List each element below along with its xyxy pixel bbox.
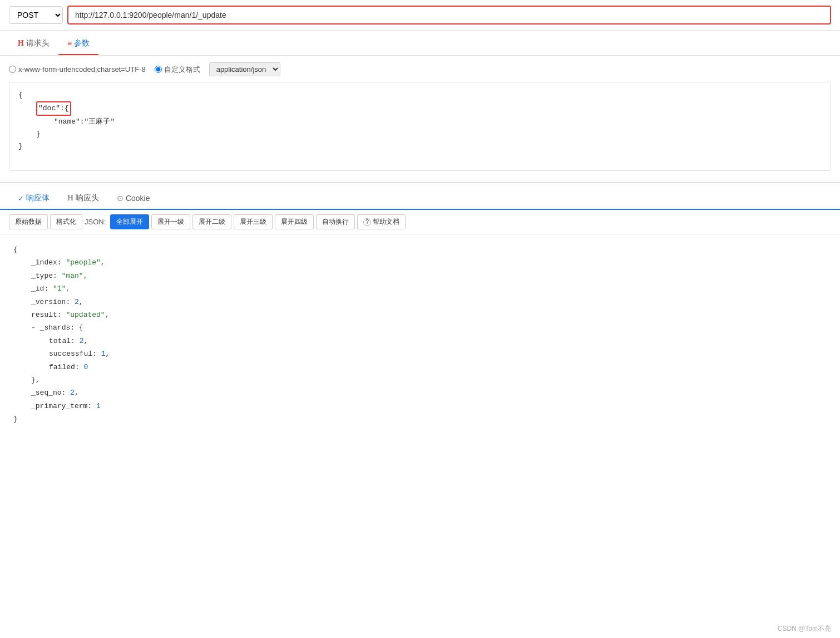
request-tabs: H 请求头 ≡ 参数 bbox=[0, 33, 840, 56]
code-line-2: "doc":{ bbox=[18, 101, 822, 116]
resp-header-icon: H bbox=[67, 194, 73, 203]
json-primaryterm-val: 1 bbox=[96, 402, 101, 410]
btn-format[interactable]: 格式化 bbox=[50, 214, 82, 229]
code-line-4: } bbox=[18, 128, 822, 140]
btn-raw[interactable]: 原始数据 bbox=[9, 214, 48, 229]
section-divider bbox=[0, 183, 840, 183]
json-id-val: "1", bbox=[53, 284, 70, 293]
radio-option1-label[interactable]: x-www-form-urlencoded;charset=UTF-8 bbox=[9, 65, 146, 73]
code-line-5: } bbox=[18, 140, 822, 153]
json-shards-collapse[interactable]: - bbox=[31, 323, 36, 332]
btn-auto-wrap[interactable]: 自动换行 bbox=[316, 214, 355, 229]
json-successful-val: 1 bbox=[101, 350, 106, 358]
tab-response-header[interactable]: H 响应头 bbox=[58, 188, 108, 210]
json-primaryterm-row: _primary_term: 1 bbox=[13, 400, 827, 413]
json-seqno-val: 2 bbox=[70, 389, 75, 397]
json-index-val: "people", bbox=[66, 258, 105, 267]
json-shards-key: _shards bbox=[40, 323, 71, 332]
json-failed-row: failed: 0 bbox=[13, 361, 827, 374]
json-failed-val: 0 bbox=[83, 363, 88, 371]
json-shards-row: - _shards: { bbox=[13, 321, 827, 334]
content-type-select[interactable]: application/json text/plain application/… bbox=[209, 62, 280, 76]
resp-body-icon: ✓ bbox=[18, 194, 24, 203]
json-output: { _index: "people", _type: "man", _id: "… bbox=[0, 234, 840, 434]
json-result-val: "updated", bbox=[66, 311, 109, 319]
code-line-1: { bbox=[18, 89, 822, 101]
top-bar: POST GET PUT DELETE bbox=[0, 0, 840, 31]
json-seqno-key: _seq_no bbox=[31, 389, 62, 397]
btn-level2[interactable]: 展开二级 bbox=[192, 214, 231, 229]
json-successful-row: successful: 1, bbox=[13, 347, 827, 360]
json-primaryterm-key: _primary_term bbox=[31, 402, 87, 410]
tab-request-header[interactable]: H 请求头 bbox=[9, 33, 58, 55]
radio-custom[interactable] bbox=[155, 66, 162, 73]
json-id-row: _id: "1", bbox=[13, 282, 827, 295]
json-id-key: _id bbox=[31, 284, 44, 293]
json-version-val: 2 bbox=[75, 298, 79, 306]
json-shards-close: }, bbox=[13, 374, 827, 386]
json-total-key: total bbox=[49, 337, 71, 345]
json-label: JSON: bbox=[85, 218, 106, 226]
btn-all-expand[interactable]: 全部展开 bbox=[110, 214, 149, 229]
json-version-row: _version: 2, bbox=[13, 296, 827, 308]
code-editor[interactable]: { "doc":{ "name":"王麻子" } } bbox=[9, 82, 831, 171]
json-seqno-row: _seq_no: 2, bbox=[13, 386, 827, 399]
tab-response-cookie[interactable]: ⊙ Cookie bbox=[108, 188, 159, 209]
tab-response-cookie-label: Cookie bbox=[126, 194, 150, 203]
json-type-key: _type bbox=[31, 272, 53, 280]
json-index-key: _index bbox=[31, 258, 57, 267]
json-failed-key: failed bbox=[49, 363, 75, 371]
radio-row: x-www-form-urlencoded;charset=UTF-8 自定义格… bbox=[9, 62, 831, 76]
method-select[interactable]: POST GET PUT DELETE bbox=[9, 6, 63, 24]
json-open-brace: { bbox=[13, 243, 827, 256]
json-close-brace: } bbox=[13, 413, 827, 425]
json-type-val: "man", bbox=[62, 272, 88, 280]
url-input[interactable] bbox=[67, 6, 831, 24]
doc-key-highlighted: "doc":{ bbox=[36, 101, 71, 116]
tab-response-body-label: 响应体 bbox=[26, 193, 50, 203]
tab-response-body[interactable]: ✓ 响应体 bbox=[9, 188, 58, 210]
json-toolbar: 原始数据 格式化 JSON: 全部展开 展开一级 展开二级 展开三级 展开四级 … bbox=[0, 210, 840, 234]
json-version-key: _version bbox=[31, 298, 66, 306]
header-tab-icon: H bbox=[18, 39, 24, 48]
json-successful-key: successful bbox=[49, 350, 92, 358]
radio-option2-text: 自定义格式 bbox=[164, 65, 200, 75]
response-tabs: ✓ 响应体 H 响应头 ⊙ Cookie bbox=[0, 188, 840, 210]
json-result-row: result: "updated", bbox=[13, 308, 827, 321]
json-total-row: total: 2, bbox=[13, 335, 827, 347]
radio-option2-label[interactable]: 自定义格式 bbox=[155, 65, 200, 75]
radio-option1-text: x-www-form-urlencoded;charset=UTF-8 bbox=[18, 65, 146, 73]
params-section: x-www-form-urlencoded;charset=UTF-8 自定义格… bbox=[0, 56, 840, 183]
json-type-row: _type: "man", bbox=[13, 269, 827, 282]
btn-level3[interactable]: 展开三级 bbox=[234, 214, 273, 229]
json-index-row: _index: "people", bbox=[13, 256, 827, 269]
help-icon: ? bbox=[363, 218, 371, 226]
resp-cookie-icon: ⊙ bbox=[117, 194, 123, 203]
tab-response-header-label: 响应头 bbox=[76, 193, 99, 203]
json-result-key: result bbox=[31, 311, 57, 319]
json-total-val: 2 bbox=[80, 337, 84, 345]
tab-request-params[interactable]: ≡ 参数 bbox=[58, 33, 98, 55]
tab-request-header-label: 请求头 bbox=[26, 38, 50, 48]
btn-level4[interactable]: 展开四级 bbox=[275, 214, 314, 229]
tab-request-params-label: 参数 bbox=[74, 38, 90, 48]
btn-level1[interactable]: 展开一级 bbox=[151, 214, 190, 229]
radio-urlencoded[interactable] bbox=[9, 66, 16, 73]
btn-help[interactable]: ? 帮助文档 bbox=[357, 214, 406, 229]
params-tab-icon: ≡ bbox=[67, 39, 72, 48]
btn-help-label: 帮助文档 bbox=[373, 217, 399, 227]
code-line-3: "name":"王麻子" bbox=[18, 116, 822, 128]
